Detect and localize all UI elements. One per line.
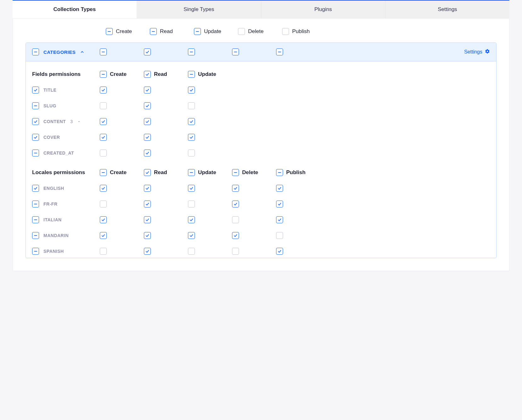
- locale-update-checkbox[interactable]: [188, 185, 195, 192]
- row-name: TITLE: [43, 88, 56, 93]
- locale-delete-checkbox[interactable]: [232, 216, 239, 223]
- field-update-checkbox[interactable]: [188, 134, 195, 141]
- locales-update-header-checkbox[interactable]: [188, 169, 195, 176]
- locale-publish-checkbox[interactable]: [276, 232, 283, 239]
- fields-update-header-checkbox[interactable]: [188, 71, 195, 78]
- locale-publish-checkbox[interactable]: [276, 248, 283, 255]
- categories-update-checkbox[interactable]: [188, 48, 195, 55]
- field-read-checkbox[interactable]: [144, 150, 151, 156]
- tab-collection-types[interactable]: Collection Types: [13, 1, 137, 18]
- field-read-checkbox[interactable]: [144, 102, 151, 109]
- tab-plugins[interactable]: Plugins: [261, 1, 386, 18]
- field-update-checkbox[interactable]: [188, 150, 195, 156]
- row-label: SLUG: [32, 102, 100, 109]
- row-master-checkbox[interactable]: [32, 150, 39, 156]
- field-update-checkbox[interactable]: [188, 118, 195, 125]
- row-master-checkbox[interactable]: [32, 232, 39, 239]
- tabs-bar: Collection Types Single Types Plugins Se…: [13, 0, 509, 19]
- row-master-checkbox[interactable]: [32, 216, 39, 223]
- row-label: ENGLISH: [32, 185, 100, 192]
- field-create-checkbox[interactable]: [100, 87, 107, 94]
- locale-publish-checkbox[interactable]: [276, 216, 283, 223]
- top-delete-checkbox[interactable]: [238, 28, 245, 35]
- row-master-checkbox[interactable]: [32, 201, 39, 207]
- field-create-checkbox[interactable]: [100, 118, 107, 125]
- row-name: COVER: [43, 135, 60, 140]
- chevron-up-icon: [80, 50, 84, 54]
- categories-toggle[interactable]: CATEGORIES: [32, 48, 100, 55]
- field-read-checkbox[interactable]: [144, 134, 151, 141]
- categories-delete-checkbox[interactable]: [232, 48, 239, 55]
- top-read-checkbox[interactable]: [150, 28, 157, 35]
- categories-settings-link[interactable]: Settings: [464, 49, 490, 55]
- categories-settings-label: Settings: [464, 49, 482, 55]
- top-update-checkbox[interactable]: [194, 28, 201, 35]
- categories-create-checkbox[interactable]: [100, 48, 107, 55]
- locale-update-checkbox[interactable]: [188, 248, 195, 255]
- locales-publish-header-checkbox[interactable]: [276, 169, 283, 176]
- categories-read-checkbox[interactable]: [144, 48, 151, 55]
- locale-update-checkbox[interactable]: [188, 232, 195, 239]
- row-name: ITALIAN: [43, 217, 62, 222]
- locale-delete-checkbox[interactable]: [232, 232, 239, 239]
- row-name: CONTENT: [43, 119, 66, 124]
- locales-create-header-checkbox[interactable]: [100, 169, 107, 176]
- field-read-checkbox[interactable]: [144, 87, 151, 94]
- locale-create-checkbox[interactable]: [100, 201, 107, 207]
- row-master-checkbox[interactable]: [32, 102, 39, 109]
- locale-read-checkbox[interactable]: [144, 185, 151, 192]
- row-label: CREATED_AT: [32, 150, 100, 156]
- row-master-checkbox[interactable]: [32, 185, 39, 192]
- categories-publish-checkbox[interactable]: [276, 48, 283, 55]
- top-create-checkbox[interactable]: [106, 28, 113, 35]
- locale-create-checkbox[interactable]: [100, 216, 107, 223]
- fields-read-header-checkbox[interactable]: [144, 71, 151, 78]
- top-publish-checkbox[interactable]: [282, 28, 289, 35]
- field-read-checkbox[interactable]: [144, 118, 151, 125]
- locale-delete-checkbox[interactable]: [232, 248, 239, 255]
- row-master-checkbox[interactable]: [32, 87, 39, 94]
- locales-section-title: Locales permissions: [32, 169, 100, 176]
- field-create-checkbox[interactable]: [100, 150, 107, 156]
- column-update-label: Update: [204, 28, 221, 35]
- row-label: ITALIAN: [32, 216, 100, 223]
- locale-read-checkbox[interactable]: [144, 248, 151, 255]
- row-master-checkbox[interactable]: [32, 134, 39, 141]
- locales-delete-header-checkbox[interactable]: [232, 169, 239, 176]
- locale-delete-checkbox[interactable]: [232, 201, 239, 207]
- locale-read-checkbox[interactable]: [144, 232, 151, 239]
- categories-panel: CATEGORIES Settings: [26, 43, 496, 258]
- gear-icon: [485, 49, 490, 55]
- fields-section-title: Fields permissions: [32, 71, 100, 77]
- field-update-checkbox[interactable]: [188, 87, 195, 94]
- field-create-checkbox[interactable]: [100, 134, 107, 141]
- categories-master-checkbox[interactable]: [32, 48, 39, 55]
- locale-create-checkbox[interactable]: [100, 248, 107, 255]
- locale-create-checkbox[interactable]: [100, 232, 107, 239]
- row-name: SPANISH: [43, 249, 64, 254]
- locale-publish-checkbox[interactable]: [276, 201, 283, 207]
- row-label: COVER: [32, 134, 100, 141]
- row-count-badge: 3: [70, 119, 73, 124]
- locale-read-checkbox[interactable]: [144, 201, 151, 207]
- row-name: FR-FR: [43, 201, 58, 207]
- row-master-checkbox[interactable]: [32, 248, 39, 255]
- locale-update-checkbox[interactable]: [188, 216, 195, 223]
- field-update-checkbox[interactable]: [188, 102, 195, 109]
- fields-create-header-checkbox[interactable]: [100, 71, 107, 78]
- locales-read-header-checkbox[interactable]: [144, 169, 151, 176]
- column-publish-label: Publish: [292, 28, 310, 35]
- tab-single-types[interactable]: Single Types: [137, 1, 261, 18]
- row-label: MANDARIN: [32, 232, 100, 239]
- locale-update-checkbox[interactable]: [188, 201, 195, 207]
- locale-create-checkbox[interactable]: [100, 185, 107, 192]
- row-name: MANDARIN: [43, 233, 69, 238]
- row-label: TITLE: [32, 87, 100, 94]
- locale-publish-checkbox[interactable]: [276, 185, 283, 192]
- locale-delete-checkbox[interactable]: [232, 185, 239, 192]
- field-create-checkbox[interactable]: [100, 102, 107, 109]
- tab-settings[interactable]: Settings: [385, 1, 509, 18]
- locale-read-checkbox[interactable]: [144, 216, 151, 223]
- row-master-checkbox[interactable]: [32, 118, 39, 125]
- caret-down-icon[interactable]: [77, 120, 81, 123]
